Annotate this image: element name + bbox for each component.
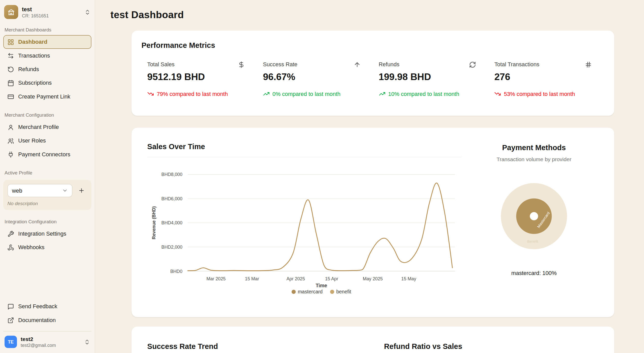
sales-over-time-section: Sales Over Time BHD0BHD2,000BHD4,000BHD6… xyxy=(147,142,464,307)
success-rate-trend-title: Success Rate Trend xyxy=(147,342,376,351)
metric-label: Total Transactions xyxy=(494,61,540,67)
metric-delta: 53% compared to last month xyxy=(494,91,592,97)
metric-label: Total Sales xyxy=(147,61,175,67)
sidebar-item-label: Refunds xyxy=(18,66,39,72)
metric-delta-text: 79% compared to last month xyxy=(157,91,228,97)
sidebar-item-label: Create Payment Link xyxy=(18,93,70,100)
legend-dot-mastercard xyxy=(292,290,296,294)
wrench-icon xyxy=(7,230,14,237)
legend-label: mastercard xyxy=(298,289,323,295)
legend-dot-benefit xyxy=(330,290,334,294)
payment-methods-donut-chart: Mastercard Benefit xyxy=(493,175,575,258)
workspace-switcher[interactable]: test CR: 1651651 xyxy=(3,4,91,20)
metric-total-transactions: Total Transactions 276 53% compared to l… xyxy=(489,61,604,97)
metrics-grid: Total Sales 9512.19 BHD 79% compared to … xyxy=(141,61,604,97)
user-menu[interactable]: TE test2 test2@gmail.com xyxy=(3,331,91,350)
svg-text:BHD0: BHD0 xyxy=(170,269,182,274)
active-profile-panel: web No description xyxy=(3,180,91,210)
sidebar-item-user-roles[interactable]: User Roles xyxy=(3,134,91,148)
chevrons-up-down-icon xyxy=(85,9,91,15)
sidebar-item-label: Transactions xyxy=(18,52,50,59)
metric-success-rate: Success Rate 96.67% 0% compared to last … xyxy=(257,61,373,97)
metric-value: 96.67% xyxy=(263,72,361,83)
sidebar-item-send-feedback[interactable]: Send Feedback xyxy=(3,300,91,313)
metric-value: 276 xyxy=(494,72,592,83)
svg-text:BHD8,000: BHD8,000 xyxy=(161,172,182,177)
payment-methods-subtitle: Transaction volume by provider xyxy=(497,156,571,162)
main-content: test Dashboard Performance Metrics Total… xyxy=(95,0,644,353)
credit-card-icon xyxy=(7,93,14,100)
section-label-integration-configuration: Integration Configuration xyxy=(5,219,90,224)
workspace-cr: CR: 1651651 xyxy=(22,13,81,18)
trending-down-icon xyxy=(494,91,501,97)
sidebar-item-payment-connectors[interactable]: Payment Connectors xyxy=(3,148,91,161)
legend-item-mastercard[interactable]: mastercard xyxy=(292,289,323,295)
metric-delta: 79% compared to last month xyxy=(147,91,245,97)
refresh-icon xyxy=(469,61,476,68)
metric-value: 199.98 BHD xyxy=(379,72,476,83)
metric-total-sales: Total Sales 9512.19 BHD 79% compared to … xyxy=(141,61,257,97)
workspace-meta: test CR: 1651651 xyxy=(22,6,81,18)
app-root: test CR: 1651651 Merchant Dashboards Das… xyxy=(0,0,644,353)
metric-refunds: Refunds 199.98 BHD 10% compared to last … xyxy=(373,61,489,97)
sidebar-item-label: Send Feedback xyxy=(18,303,57,310)
chart-legend: mastercard benefit xyxy=(188,289,455,295)
sidebar-item-subscriptions[interactable]: Subscriptions xyxy=(3,76,91,90)
metric-label: Success Rate xyxy=(263,61,298,67)
sidebar-item-create-payment-link[interactable]: Create Payment Link xyxy=(3,90,91,103)
trending-up-icon xyxy=(379,91,385,97)
sales-card: Sales Over Time BHD0BHD2,000BHD4,000BHD6… xyxy=(132,128,614,317)
sidebar-item-label: Documentation xyxy=(18,317,56,323)
section-label-active-profile: Active Profile xyxy=(5,170,90,175)
svg-text:BHD6,000: BHD6,000 xyxy=(161,196,182,201)
message-square-icon xyxy=(7,303,14,310)
success-rate-trend-section: Success Rate Trend xyxy=(147,342,376,353)
sidebar-item-documentation[interactable]: Documentation xyxy=(3,313,91,327)
sidebar-item-label: Integration Settings xyxy=(18,231,66,237)
user-icon xyxy=(7,124,14,130)
sidebar-item-dashboard[interactable]: Dashboard xyxy=(3,35,91,49)
active-profile-selected-value: web xyxy=(12,187,22,194)
bottom-charts-card: Success Rate Trend Refund Ratio vs Sales xyxy=(132,327,614,353)
sales-over-time-title: Sales Over Time xyxy=(147,142,464,151)
legend-item-benefit[interactable]: benefit xyxy=(330,289,351,295)
sales-line-chart-svg: BHD0BHD2,000BHD4,000BHD6,000BHD8,000Mar … xyxy=(147,157,462,287)
sidebar-footer: Send Feedback Documentation TE test2 tes… xyxy=(3,300,91,350)
metric-delta: 10% compared to last month xyxy=(379,91,476,97)
sidebar-item-label: Subscriptions xyxy=(18,80,52,86)
calendar-icon xyxy=(7,80,14,86)
chevrons-up-down-icon xyxy=(84,339,90,345)
svg-text:15 Apr: 15 Apr xyxy=(325,276,338,281)
sidebar-item-webhooks[interactable]: Webhooks xyxy=(3,240,91,254)
performance-metrics-card: Performance Metrics Total Sales 9512.19 … xyxy=(132,31,614,116)
refund-ratio-title: Refund Ratio vs Sales xyxy=(384,342,604,351)
add-profile-button[interactable] xyxy=(76,185,87,196)
sidebar-item-label: Dashboard xyxy=(18,39,47,45)
sidebar-item-label: User Roles xyxy=(18,138,46,144)
grid-icon xyxy=(7,39,14,45)
sidebar-item-integration-settings[interactable]: Integration Settings xyxy=(3,227,91,240)
sidebar-item-transactions[interactable]: Transactions xyxy=(3,49,91,62)
sales-over-time-chart: BHD0BHD2,000BHD4,000BHD6,000BHD8,000Mar … xyxy=(147,157,464,287)
rotate-ccw-icon xyxy=(7,66,14,73)
user-email: test2@gmail.com xyxy=(21,343,80,348)
active-profile-select[interactable]: web xyxy=(7,184,72,197)
sidebar-item-refunds[interactable]: Refunds xyxy=(3,62,91,76)
metric-delta-text: 10% compared to last month xyxy=(388,91,459,97)
arrows-left-right-icon xyxy=(7,52,14,59)
svg-text:Mar 2025: Mar 2025 xyxy=(206,276,226,281)
trending-down-icon xyxy=(147,91,154,97)
dollar-icon xyxy=(238,61,245,68)
sidebar-item-label: Payment Connectors xyxy=(18,151,70,157)
sidebar: test CR: 1651651 Merchant Dashboards Das… xyxy=(0,0,95,353)
sidebar-item-merchant-profile[interactable]: Merchant Profile xyxy=(3,120,91,134)
svg-text:May 2025: May 2025 xyxy=(363,276,383,281)
legend-label: benefit xyxy=(336,289,351,295)
avatar: TE xyxy=(5,336,17,348)
active-profile-description: No description xyxy=(7,201,87,206)
sidebar-item-label: Webhooks xyxy=(18,244,45,250)
chevron-down-icon xyxy=(62,188,68,194)
svg-text:Revenue (BHD): Revenue (BHD) xyxy=(151,206,156,239)
plus-icon xyxy=(78,187,85,194)
svg-text:15 May: 15 May xyxy=(401,276,416,281)
